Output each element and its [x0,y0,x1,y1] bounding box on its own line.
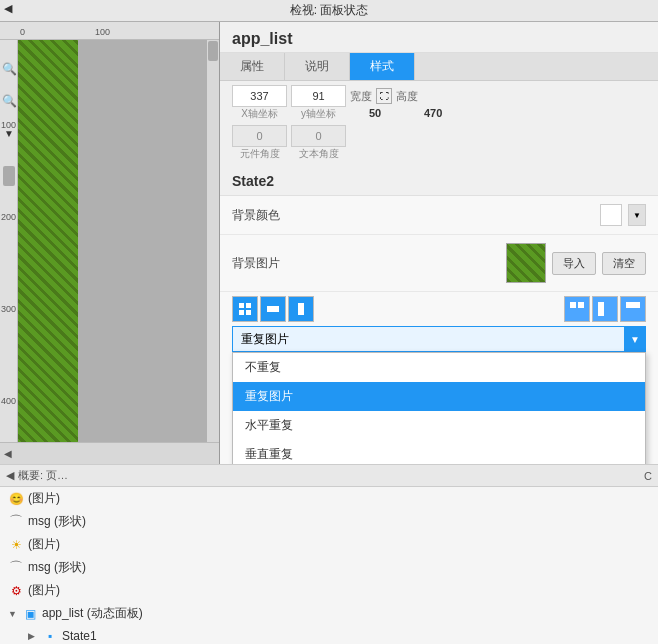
zoom-in-icon[interactable]: 🔍 [2,62,16,76]
coords-row: 宽度 ⛶ 高度 [220,81,658,107]
ruler-side-300: 300 [1,304,16,314]
y-axis-label: y轴坐标 [291,107,346,121]
canvas-bottom-icon: ◀ [4,448,12,459]
zoom-out-icon[interactable]: 🔍 [2,94,16,108]
tree-label-4: (图片) [28,582,60,599]
canvas-vscrollbar[interactable] [207,40,219,442]
bottom-corner-icon: ◀ [6,469,14,482]
import-btn[interactable]: 导入 [552,252,596,275]
svg-rect-0 [239,303,244,308]
angle-row [220,123,658,147]
tabs-bar: 属性 说明 样式 [220,53,658,81]
repeat-current-value: 重复图片 [241,331,637,348]
bottom-panel-header: ◀ 概要: 页… C [0,465,658,487]
y-coord-input[interactable] [291,85,346,107]
shape-icon-3: ⌒ [8,560,24,576]
ruler-mark-0: 0 [20,27,25,37]
color-preview[interactable] [600,204,622,226]
component-name-header: app_list [220,22,658,53]
x-coord-input[interactable] [232,85,287,107]
state1-arrow[interactable]: ▶ [28,631,38,641]
repeat-option-vertical[interactable]: 垂直重复 [233,440,645,464]
tree-label-1: msg (形状) [28,513,86,530]
tree-label-0: (图片) [28,490,60,507]
tree-label-2: (图片) [28,536,60,553]
svg-rect-7 [578,302,584,308]
tree-item-folder: ▼ ▣ app_list (动态面板) [0,602,658,625]
tree-item-2: ☀ (图片) [0,533,658,556]
ruler-top: 0 100 [0,22,219,40]
height-label: 高度 [396,89,418,104]
tree-item-state1: ▶ ▪ State1 [0,625,658,644]
width-label: 宽度 [350,89,372,104]
pattern-icon-1[interactable] [232,296,258,322]
pattern-icon-5[interactable] [592,296,618,322]
pattern-icons-row [232,296,646,322]
bg-image-row: 背景图片 导入 清空 [220,235,658,292]
tab-properties[interactable]: 属性 [220,53,285,80]
svg-rect-5 [298,303,304,315]
window-icon: ◀ [4,2,12,15]
props-section: State2 背景颜色 ▼ 背景图片 导入 [220,165,658,464]
scroll-handle[interactable] [3,166,15,186]
width-value: 50 [350,107,400,121]
title-bar: ◀ 检视: 面板状态 [0,0,658,22]
repeat-option-horizontal[interactable]: 水平重复 [233,411,645,440]
folder-icon: ▣ [22,606,38,622]
tree-label-3: msg (形状) [28,559,86,576]
ruler-mark-100: 100 [95,27,110,37]
emoji-icon-0: 😊 [8,491,24,507]
pattern-icon-6[interactable] [620,296,646,322]
pattern-icon-3[interactable] [288,296,314,322]
tree-label-state1: State1 [62,629,97,643]
svg-rect-1 [246,303,251,308]
angle1-label: 元件角度 [232,147,287,161]
coord-value-row2: X轴坐标 y轴坐标 50 470 [220,107,658,123]
angle-labels-row: 元件角度 文本角度 [220,147,658,165]
scroll-thumb[interactable] [208,41,218,61]
tree-item-3: ⌒ msg (形状) [0,556,658,579]
svg-rect-2 [239,310,244,315]
canvas-area [18,40,219,442]
sun-icon-2: ☀ [8,537,24,553]
svg-rect-3 [246,310,251,315]
repeat-select-display[interactable]: 重复图片 ▼ [232,326,646,352]
repeat-dropdown-container: 重复图片 ▼ 不重复 重复图片 水平重复 垂直重复 填充 适应 [232,326,646,352]
tree-item-0: 😊 (图片) [0,487,658,510]
tree-label-folder: app_list (动态面板) [42,605,143,622]
pattern-icon-2[interactable] [260,296,286,322]
bg-image-controls: 导入 清空 [302,243,646,283]
clear-btn[interactable]: 清空 [602,252,646,275]
component-name: app_list [232,30,292,47]
bottom-panel: ◀ 概要: 页… C 😊 (图片) ⌒ msg (形状) ☀ (图片) ⌒ ms… [0,464,658,644]
angle2-label: 文本角度 [291,147,346,161]
repeat-option-repeat[interactable]: 重复图片 [233,382,645,411]
pattern-icon-4[interactable] [564,296,590,322]
ruler-side-400: 400 [1,396,16,406]
bg-color-label: 背景颜色 [232,207,302,224]
angle1-input[interactable] [232,125,287,147]
angle2-input[interactable] [291,125,346,147]
bg-color-row: 背景颜色 ▼ [220,196,658,235]
lock-icon[interactable]: ⛶ [376,88,392,104]
tab-style[interactable]: 样式 [350,53,415,80]
canvas-bottom-bar: ◀ [0,442,219,464]
state-title: State2 [220,165,658,196]
state1-icon: ▪ [42,628,58,644]
repeat-dropdown-arrow[interactable]: ▼ [624,326,646,352]
bottom-right-icon: C [644,470,652,482]
arrow-down-icon[interactable]: ▼ [2,126,16,140]
repeat-option-none[interactable]: 不重复 [233,353,645,382]
tab-description[interactable]: 说明 [285,53,350,80]
tree-item-4: ⚙ (图片) [0,579,658,602]
shape-icon-1: ⌒ [8,514,24,530]
svg-rect-4 [267,306,279,312]
x-axis-label: X轴坐标 [232,107,287,121]
bg-color-value: ▼ [302,204,646,226]
canvas-panel: 0 100 100 200 300 400 ◀ [0,22,220,464]
repeat-dropdown-menu: 不重复 重复图片 水平重复 垂直重复 填充 适应 [232,352,646,464]
summary-label: 概要: 页… [18,468,68,483]
color-dropdown-btn[interactable]: ▼ [628,204,646,226]
grass-background [18,40,78,442]
folder-arrow[interactable]: ▼ [8,609,18,619]
